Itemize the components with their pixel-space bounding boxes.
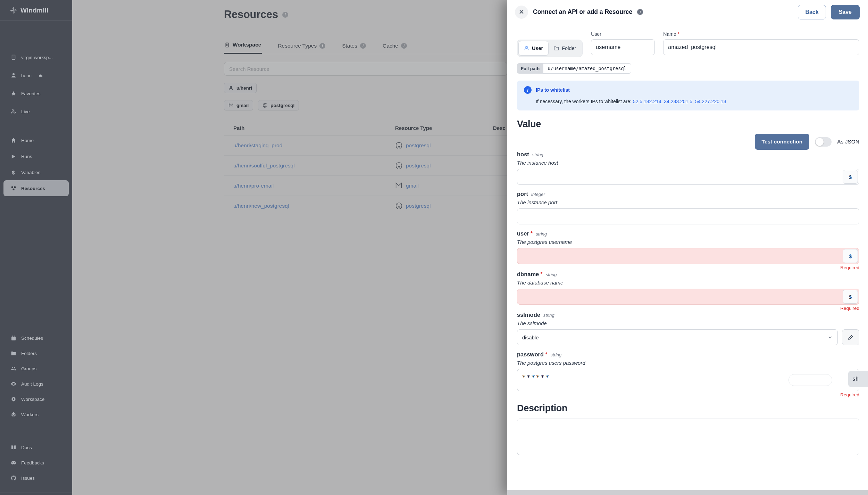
sidebar-item-docs[interactable]: Docs bbox=[0, 440, 72, 455]
tab-label: Cache bbox=[383, 43, 398, 49]
folder-icon bbox=[554, 46, 559, 51]
field-name: port bbox=[517, 191, 528, 197]
sidebar-item-groups[interactable]: Groups bbox=[0, 361, 72, 376]
sidebar-item-label: Workers bbox=[21, 412, 39, 417]
insert-variable-button[interactable]: $ bbox=[843, 290, 858, 304]
table-row[interactable]: u/henri/pro-email gmail bbox=[224, 176, 512, 196]
table-row[interactable]: u/henri/staging_prod postgresql bbox=[224, 135, 512, 156]
show-password-button[interactable]: sh bbox=[848, 371, 868, 387]
sidebar-item-resources[interactable]: Resources bbox=[3, 180, 69, 196]
field-description: The database name bbox=[517, 280, 859, 286]
home-icon bbox=[10, 138, 16, 143]
resource-type-link[interactable]: postgresql bbox=[406, 163, 431, 169]
segment-label: User bbox=[532, 46, 543, 51]
horizontal-scrollbar[interactable] bbox=[507, 490, 868, 495]
sidebar-item-workspace-settings[interactable]: Workspace bbox=[0, 391, 72, 407]
field-sslmode: sslmodestring The sslmode disable bbox=[517, 312, 859, 345]
resource-type-link[interactable]: postgresql bbox=[406, 142, 431, 149]
sidebar-item-home[interactable]: Home bbox=[0, 132, 72, 148]
test-connection-button[interactable]: Test connection bbox=[755, 134, 810, 150]
description-textarea[interactable] bbox=[517, 419, 859, 455]
owner-kind-segmented-control: User Folder bbox=[517, 40, 583, 57]
sidebar-item-user[interactable]: henri bbox=[0, 66, 72, 84]
dbname-input[interactable] bbox=[517, 289, 859, 305]
sslmode-select[interactable]: disable bbox=[517, 329, 838, 345]
edit-pencil-button[interactable] bbox=[842, 329, 859, 345]
sidebar-item-workers[interactable]: Workers bbox=[0, 407, 72, 422]
sidebar-item-feedbacks[interactable]: Feedbacks bbox=[0, 455, 72, 470]
sidebar-item-workspace-switcher[interactable]: virgin-worksp... bbox=[0, 48, 72, 66]
search-input[interactable] bbox=[224, 62, 507, 76]
field-name: host bbox=[517, 151, 529, 158]
building-icon bbox=[10, 55, 16, 60]
book-icon bbox=[10, 445, 16, 451]
building-icon bbox=[225, 42, 230, 48]
sidebar-item-label: Favorites bbox=[21, 91, 41, 96]
user-input[interactable] bbox=[517, 248, 859, 264]
username-field[interactable] bbox=[591, 39, 655, 55]
segment-folder[interactable]: Folder bbox=[549, 41, 581, 56]
sidebar-item-runs[interactable]: Runs bbox=[0, 148, 72, 164]
ips-whitelist-title: IPs to whitelist bbox=[536, 87, 570, 93]
type-filter-chip-postgresql[interactable]: postgresql bbox=[258, 100, 299, 110]
resource-name-field[interactable] bbox=[663, 39, 859, 55]
star-icon bbox=[10, 91, 16, 97]
user-icon bbox=[524, 46, 529, 51]
info-icon[interactable]: i bbox=[637, 9, 643, 15]
tab-cache[interactable]: Cache i bbox=[382, 39, 408, 54]
owner-filter-chip[interactable]: u/henri bbox=[224, 83, 257, 93]
info-icon[interactable]: i bbox=[282, 12, 288, 18]
tab-states[interactable]: States i bbox=[341, 39, 367, 54]
port-input[interactable] bbox=[517, 208, 859, 224]
resource-path-link[interactable]: u/henri/pro-email bbox=[233, 183, 274, 189]
sidebar-divider bbox=[0, 493, 72, 493]
resource-path-link[interactable]: u/henri/staging_prod bbox=[233, 142, 282, 148]
insert-variable-button[interactable]: $ bbox=[843, 249, 858, 263]
sidebar: Windmill virgin-worksp... henri Favorite… bbox=[0, 0, 72, 495]
full-path-label: Full path bbox=[517, 63, 543, 74]
sidebar-item-folders[interactable]: Folders bbox=[0, 346, 72, 361]
type-filter-chip-gmail[interactable]: gmail bbox=[224, 100, 253, 110]
field-type: integer bbox=[531, 192, 545, 197]
insert-variable-button[interactable]: $ bbox=[843, 170, 858, 184]
brand[interactable]: Windmill bbox=[0, 0, 72, 21]
page-title: Resources bbox=[224, 8, 278, 21]
resource-path-link[interactable]: u/henri/soulful_postgresql bbox=[233, 163, 295, 168]
host-input[interactable] bbox=[517, 169, 859, 185]
sidebar-item-audit-logs[interactable]: Audit Logs bbox=[0, 376, 72, 391]
sidebar-item-variables[interactable]: $ Variables bbox=[0, 164, 72, 180]
full-path-value: u/username/amazed_postgresql bbox=[543, 63, 631, 74]
field-description: The postgres users password bbox=[517, 360, 859, 366]
sidebar-item-schedules[interactable]: Schedules bbox=[0, 330, 72, 346]
table-row[interactable]: u/henri/soulful_postgresql postgresql bbox=[224, 156, 512, 176]
sidebar-item-favorites[interactable]: Favorites bbox=[0, 84, 72, 102]
save-button[interactable]: Save bbox=[831, 5, 860, 19]
as-json-toggle[interactable] bbox=[815, 137, 832, 147]
sidebar-item-issues[interactable]: Issues bbox=[0, 470, 72, 486]
sidebar-item-label: Live bbox=[21, 109, 30, 114]
add-resource-drawer: ✕ Connect an API or add a Resource i Bac… bbox=[507, 0, 868, 495]
resource-type-link[interactable]: postgresql bbox=[406, 203, 431, 209]
resource-path-link[interactable]: u/henri/new_postgresql bbox=[233, 203, 289, 209]
back-button[interactable]: Back bbox=[798, 5, 826, 19]
table-row[interactable]: u/henri/new_postgresql postgresql bbox=[224, 196, 512, 216]
resource-type-link[interactable]: gmail bbox=[406, 183, 419, 189]
tab-workspace[interactable]: Workspace bbox=[224, 38, 262, 54]
description-heading: Description bbox=[517, 403, 859, 414]
windmill-logo-icon bbox=[10, 7, 17, 14]
sidebar-item-label: Docs bbox=[21, 445, 32, 450]
tab-resource-types[interactable]: Resource Types i bbox=[277, 39, 326, 54]
field-password: password*string The postgres users passw… bbox=[517, 351, 859, 398]
calendar-icon bbox=[10, 335, 16, 341]
field-name: password* bbox=[517, 351, 547, 358]
postgresql-icon bbox=[395, 202, 403, 210]
drawer-title: Connect an API or add a Resource bbox=[533, 8, 632, 16]
chip-label: gmail bbox=[236, 103, 249, 108]
field-port: portinteger The instance port bbox=[517, 191, 859, 224]
field-type: string bbox=[532, 152, 543, 157]
cubes-icon bbox=[10, 185, 16, 191]
sidebar-item-live[interactable]: Live bbox=[0, 102, 72, 121]
segment-user[interactable]: User bbox=[518, 41, 549, 56]
field-description: The instance port bbox=[517, 199, 859, 205]
close-icon[interactable]: ✕ bbox=[515, 6, 528, 19]
